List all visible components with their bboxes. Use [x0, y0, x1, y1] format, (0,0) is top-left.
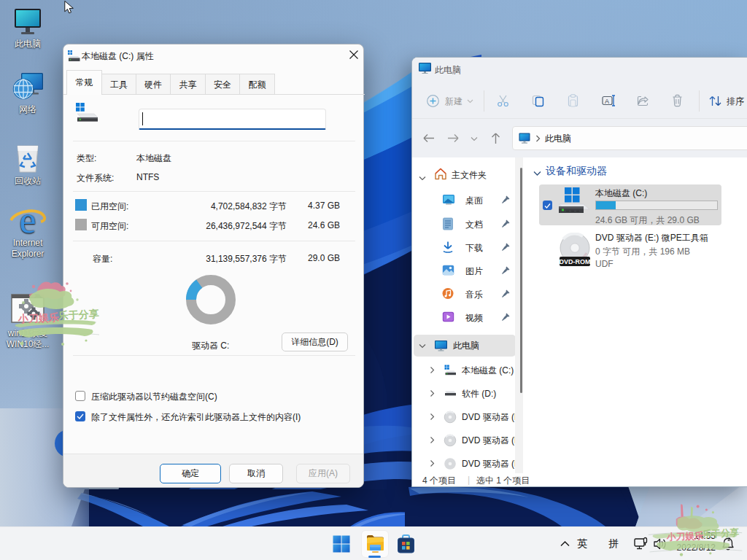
svg-text:小刀娱乐: 小刀娱乐 — [666, 531, 704, 542]
svg-text:乐于分享: 乐于分享 — [57, 308, 99, 322]
svg-text:乐于分享: 乐于分享 — [701, 526, 740, 540]
svg-text:小刀娱乐: 小刀娱乐 — [18, 311, 60, 324]
svg-text:A: A — [605, 98, 609, 105]
svg-text:DVD-ROM: DVD-ROM — [560, 258, 591, 265]
svg-text:e: e — [19, 201, 36, 238]
